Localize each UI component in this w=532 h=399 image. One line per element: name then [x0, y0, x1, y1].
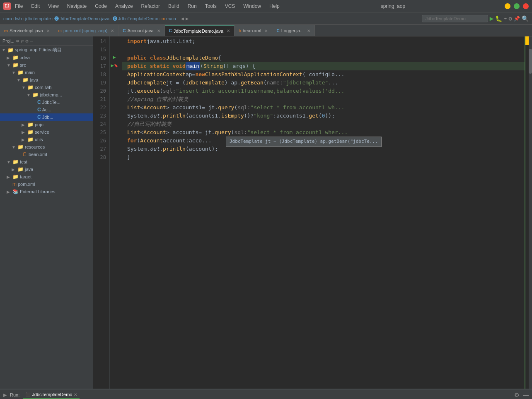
run-icon[interactable]: ▶	[490, 14, 494, 22]
tree-item-jdbcte[interactable]: ▶ C JdbcTe...	[0, 99, 93, 106]
code-line-17: public static void main(String[] args) {	[122, 62, 525, 70]
tree-item-service[interactable]: ▶ 📁 service	[0, 128, 93, 136]
minimize-button[interactable]: —	[505, 3, 510, 9]
menu-vcs[interactable]: VCS	[223, 2, 237, 10]
breadcrumb: com › lwh › jdbctemplate › 🅒 JdbcTemplat…	[3, 16, 176, 21]
search-icon[interactable]: 🔍	[522, 15, 529, 22]
code-line-20: jt.execute( sql: "insert into account1(u…	[122, 87, 525, 95]
tree-item-project[interactable]: ▼ 📁 spring_aop F:\idea项目	[0, 46, 93, 54]
class-search-input[interactable]	[422, 15, 488, 22]
sidebar-sync-icon[interactable]: ⇄	[21, 38, 24, 44]
maximize-button[interactable]: □	[514, 3, 520, 9]
tab-account[interactable]: C Account.java ✕	[118, 25, 164, 36]
breadcrumb-method[interactable]: main	[166, 16, 176, 21]
run-minimize-icon[interactable]: —	[523, 392, 529, 398]
code-line-24: //自己写的封装类	[122, 120, 525, 128]
tab-close-jdbctemplatedemo[interactable]: ✕	[227, 29, 230, 33]
debug-icon[interactable]: 🐛	[495, 15, 502, 22]
breadcrumb-class[interactable]: JdbcTemplateDemo	[118, 16, 158, 21]
tree-item-extlibs[interactable]: ▶ 📚 External Libraries	[0, 188, 93, 195]
tab-close-serviceimpl[interactable]: ✕	[46, 29, 50, 33]
navigate-forward-icon[interactable]: ▶	[186, 16, 189, 22]
run-arrow-16[interactable]: ▶	[113, 54, 116, 60]
code-line-19: JdbcTemplate jt = (JdbcTemplate) ap.getB…	[122, 79, 525, 87]
tree-item-java[interactable]: ▼ 📁 java	[0, 76, 93, 84]
tree-item-src[interactable]: ▼ 📁 src	[0, 61, 93, 69]
tab-close-beanxml[interactable]: ✕	[264, 29, 268, 33]
coverage-icon[interactable]: ☂	[504, 16, 507, 22]
run-tab-jdbctemplatedemo[interactable]: ⬛ JdbcTemplateDemo ✕	[23, 391, 80, 399]
tab-logger[interactable]: C Logger.ja... ✕	[272, 25, 315, 36]
menu-edit[interactable]: Edit	[29, 2, 41, 10]
tree-item-ac[interactable]: ▶ C Ac...	[0, 106, 93, 113]
run-tab-icon: ⬛	[25, 392, 30, 397]
menu-run[interactable]: Run	[186, 2, 198, 10]
run-label: Run:	[10, 392, 19, 397]
code-tooltip: JdbcTemplate jt = (JdbcTemplate) ap.getB…	[226, 137, 382, 147]
tree-item-pojo[interactable]: ▶ 📁 pojo	[0, 121, 93, 128]
run-settings-icon[interactable]: ⚙	[514, 392, 520, 398]
right-gutter-highlight	[525, 36, 529, 45]
menu-file[interactable]: File	[13, 2, 24, 10]
run-arrow-17[interactable]: ▶	[111, 62, 114, 68]
tab-close-account[interactable]: ✕	[157, 29, 160, 33]
tree-item-main[interactable]: ▼ 📁 main	[0, 69, 93, 76]
gutter: ▶ ▶ 🔖	[110, 36, 119, 389]
tree-item-resources[interactable]: ▼ 📁 resources	[0, 143, 93, 151]
tree-item-pomxml[interactable]: ▶ m pom.xml	[0, 180, 93, 188]
vertical-scrollbar[interactable]	[529, 36, 532, 389]
tree-item-jdb-selected[interactable]: ▶ C Jdb...	[0, 113, 93, 121]
line-numbers: 14 15 16 17 18 19 20 21 22 23 24 25 26 2…	[93, 36, 110, 389]
tab-jdbctemplatedemo[interactable]: C JdbcTemplateDemo.java ✕	[165, 25, 235, 36]
menu-build[interactable]: Build	[167, 2, 181, 10]
menu-tools[interactable]: Tools	[203, 2, 218, 10]
navigate-back-icon[interactable]: ◀	[181, 16, 184, 22]
tree-item-jdbctemp[interactable]: ▼ 📁 jdbctemp...	[0, 91, 93, 99]
code-line-18: ApplicationContext ap=new ClassPathXmlAp…	[122, 70, 525, 79]
code-line-26: for (Account account:acco... JdbcTemplat…	[122, 137, 525, 145]
window-title: spring_aop	[281, 3, 505, 9]
run-tab-close[interactable]: ✕	[74, 392, 77, 397]
code-line-14: import java.util.List;	[122, 37, 525, 46]
tree-item-beanxml[interactable]: ▶ 🗒 bean.xml	[0, 151, 93, 158]
tab-close-logger[interactable]: ✕	[307, 29, 310, 33]
nav-bar: com › lwh › jdbctemplate › 🅒 JdbcTemplat…	[0, 12, 532, 25]
tree-item-target[interactable]: ▶ 📁 target	[0, 173, 93, 180]
menu-code[interactable]: Code	[93, 2, 109, 10]
tab-close-pomxml[interactable]: ✕	[111, 29, 114, 33]
window-controls: — □ ✕	[505, 3, 529, 9]
sidebar-add-icon[interactable]: ⊕	[16, 38, 19, 44]
sidebar-title: Proj...	[2, 38, 15, 43]
tree-item-idea[interactable]: ▶ 📁 .idea	[0, 54, 93, 61]
code-line-21: //spring 自带的封装类	[122, 95, 525, 103]
breadcrumb-com[interactable]: com	[3, 16, 12, 21]
breadcrumb-jdbctemplate[interactable]: jdbctemplate	[25, 16, 51, 21]
menu-navigate[interactable]: Navigate	[65, 2, 88, 10]
code-line-28: }	[122, 153, 525, 161]
code-area[interactable]: 14 15 16 17 18 19 20 21 22 23 24 25 26 2…	[93, 36, 532, 389]
breadcrumb-file[interactable]: JdbcTemplateDemo.java	[60, 16, 109, 21]
tree-item-test[interactable]: ▼ 📁 test	[0, 158, 93, 166]
tab-beanxml[interactable]: b bean.xml ✕	[235, 25, 272, 36]
tree-item-utils[interactable]: ▶ 📁 utils	[0, 136, 93, 143]
code-line-23: System.out.println(accounts1.isEmpty()?"…	[122, 112, 525, 120]
sidebar-minimize-icon[interactable]: —	[30, 38, 33, 44]
app-icon: IJ	[3, 2, 11, 10]
tree-item-testjava[interactable]: ▶ 📁 java	[0, 166, 93, 173]
menu-help[interactable]: Help	[268, 2, 281, 10]
sidebar-gear-icon[interactable]: ⚙	[25, 38, 28, 44]
code-content[interactable]: import java.util.List; public class Jdbc…	[119, 36, 525, 389]
breadcrumb-lwh[interactable]: lwh	[15, 16, 22, 21]
tree-item-comlwh[interactable]: ▼ 📁 com.lwh	[0, 84, 93, 91]
pin-icon[interactable]: 📌	[514, 16, 520, 22]
code-editor[interactable]: 14 15 16 17 18 19 20 21 22 23 24 25 26 2…	[93, 36, 532, 389]
menu-view[interactable]: View	[46, 2, 60, 10]
menu-window[interactable]: Window	[242, 2, 263, 10]
tab-pomxml[interactable]: m pom.xml (spring_aop) ✕	[54, 25, 119, 36]
settings-icon[interactable]: ⚙	[509, 15, 512, 22]
tab-serviceimpl[interactable]: m ServiceImpl.java ✕	[0, 25, 54, 36]
menu-analyze[interactable]: Analyze	[114, 2, 135, 10]
scrollbar-thumb[interactable]	[529, 49, 532, 74]
menu-refactor[interactable]: Refactor	[140, 2, 162, 10]
close-button[interactable]: ✕	[523, 3, 529, 9]
